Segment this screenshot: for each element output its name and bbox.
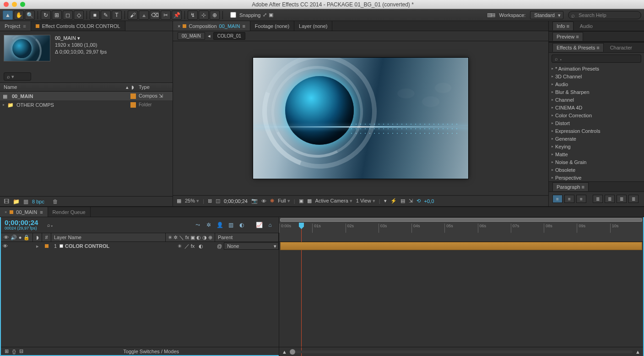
current-time[interactable]: 0;00;00;24: [224, 198, 248, 204]
project-item[interactable]: ▸ 📁 OTHER COMPS Folder: [0, 100, 173, 109]
effect-category[interactable]: Color Correction: [549, 111, 644, 119]
shape-tool-icon[interactable]: ◇: [74, 11, 84, 20]
comp-viewer[interactable]: [173, 41, 548, 195]
timeline-icon[interactable]: ▤: [400, 198, 405, 204]
expand-transfer-icon[interactable]: ⊞: [5, 348, 9, 354]
camera-dropdown[interactable]: Active Camera: [315, 198, 352, 204]
zoom-dropdown[interactable]: 25%: [185, 198, 199, 204]
align-center-icon[interactable]: ≡: [564, 195, 574, 203]
timeline-search-icon[interactable]: ⌕▾: [47, 222, 54, 228]
effects-presets-tab[interactable]: Effects & Presets ≡: [552, 43, 604, 52]
rectangle-tool-icon[interactable]: ■: [90, 11, 100, 20]
zoom-out-icon[interactable]: ▲: [282, 349, 287, 355]
panel-menu-icon[interactable]: ≡: [566, 23, 569, 29]
justify-all-icon[interactable]: ≣: [628, 195, 639, 203]
parent-col[interactable]: Parent: [215, 233, 279, 241]
panel-menu-icon[interactable]: ≡: [576, 34, 579, 39]
close-window-icon[interactable]: [4, 2, 9, 7]
timecode-display[interactable]: 0;00;00;24: [5, 219, 38, 226]
info-tab[interactable]: Info ≡: [552, 22, 574, 30]
effect-category[interactable]: Channel: [549, 96, 644, 104]
layer-switches[interactable]: ✳ ／ fx ◐: [178, 243, 204, 250]
puppet-tool-icon[interactable]: 📌: [172, 11, 182, 20]
new-comp-icon[interactable]: ▦: [23, 198, 28, 205]
comp-mini-flowchart-icon[interactable]: ⤳: [194, 221, 202, 229]
roto-brush-tool-icon[interactable]: ✂: [161, 11, 171, 20]
expand-in-out-icon[interactable]: {}: [12, 349, 16, 354]
interpret-footage-icon[interactable]: 🎞: [4, 198, 9, 205]
effect-category[interactable]: Keying: [549, 142, 644, 150]
col-name[interactable]: Name: [4, 84, 17, 90]
snapping-toggle[interactable]: Snapping ⤢ ▣: [228, 11, 273, 19]
eraser-tool-icon[interactable]: ⌫: [150, 11, 160, 20]
justify-right-icon[interactable]: ≣: [617, 195, 627, 203]
layer-name-col[interactable]: Layer Name: [51, 233, 166, 241]
paragraph-tab[interactable]: Paragraph ≡: [552, 182, 589, 191]
effect-category[interactable]: Obsolete: [549, 166, 644, 174]
effect-category[interactable]: Generate: [549, 135, 644, 142]
effect-category[interactable]: 3D Channel: [549, 72, 644, 80]
effect-category[interactable]: Matte: [549, 150, 644, 158]
search-help-input[interactable]: Search Help: [568, 11, 641, 19]
effect-category[interactable]: CINEMA 4D: [549, 104, 644, 111]
folder-twirl-icon[interactable]: ▸: [3, 103, 5, 107]
roi-icon[interactable]: ▣: [299, 198, 303, 204]
brush-tool-icon[interactable]: 🖌: [128, 11, 138, 20]
comp-name[interactable]: 00_MAIN ▾: [55, 35, 107, 42]
twirl-icon[interactable]: ▸: [36, 243, 39, 249]
mask-mode-icon[interactable]: ▥▤: [487, 12, 494, 18]
timeline-layer-row[interactable]: 👁 ▸ 1 COLOR CONTROL ✳ ／ fx ◐ @ None ▾: [1, 242, 279, 250]
label-col-icon[interactable]: ◗: [36, 235, 39, 241]
col-label-icon[interactable]: ◗: [131, 84, 139, 90]
align-left-icon[interactable]: ≡: [552, 195, 563, 203]
effect-category[interactable]: Blur & Sharpen: [549, 88, 644, 96]
clone-tool-icon[interactable]: ⟁: [139, 11, 149, 20]
effect-category[interactable]: Noise & Grain: [549, 158, 644, 166]
work-area-bar[interactable]: [280, 218, 642, 222]
reset-exposure-icon[interactable]: ⟲: [417, 198, 421, 204]
flowchart-icon[interactable]: ⇲: [409, 198, 413, 204]
panel-menu-icon[interactable]: ≡: [581, 184, 584, 190]
view-axis-tool-icon[interactable]: ⊕: [210, 11, 220, 20]
flowchart-icon[interactable]: ⇲: [159, 93, 163, 99]
channel-icon[interactable]: ❋: [270, 198, 274, 204]
frame-blend-icon[interactable]: ▥: [227, 221, 235, 229]
project-search-input[interactable]: ⌕ ▾: [4, 72, 31, 81]
snap-magnet-icon[interactable]: ⤢: [263, 12, 267, 18]
preview-tab[interactable]: Preview ≡: [552, 32, 583, 41]
timeline-comp-tab[interactable]: × 00_MAIN ≡: [0, 207, 48, 217]
draft-3d-icon[interactable]: ✲: [205, 221, 213, 229]
grid-icon[interactable]: ▦: [177, 198, 181, 204]
index-col[interactable]: #: [42, 233, 51, 241]
timeline-track-area[interactable]: 0:00s01s02s03s04s05s06s07s08s09s10s ▲ ▲: [279, 217, 644, 356]
trash-icon[interactable]: 🗑: [53, 198, 58, 205]
project-tab[interactable]: Project ≡: [0, 21, 31, 31]
parent-dropdown[interactable]: None ▾: [224, 242, 279, 250]
exposure-value[interactable]: +0,0: [424, 198, 434, 204]
views-dropdown[interactable]: 1 View: [356, 198, 375, 204]
motion-blur-icon[interactable]: ◐: [238, 221, 246, 229]
justify-left-icon[interactable]: ≣: [593, 195, 603, 203]
effect-category[interactable]: Audio: [549, 80, 644, 88]
align-right-icon[interactable]: ≡: [576, 195, 586, 203]
close-tab-icon[interactable]: ×: [178, 23, 180, 29]
pixel-aspect-icon[interactable]: ▾: [384, 198, 387, 204]
workspace-dropdown[interactable]: Standard: [530, 11, 563, 19]
layer-duration-bar[interactable]: [280, 242, 642, 250]
panel-menu-icon[interactable]: ≡: [596, 45, 599, 50]
layer-name[interactable]: COLOR CONTROL: [65, 243, 109, 249]
justify-center-icon[interactable]: ≣: [605, 195, 615, 203]
close-tab-icon[interactable]: ×: [5, 210, 7, 214]
video-col-icon[interactable]: 👁: [4, 235, 9, 240]
effect-controls-tab[interactable]: Effect Controls COLOR CONTROL: [31, 21, 125, 31]
breadcrumb-item[interactable]: 00_MAIN: [178, 32, 205, 40]
panel-menu-icon[interactable]: ≡: [23, 23, 26, 29]
render-queue-tab[interactable]: Render Queue: [48, 207, 91, 217]
snap-bounds-icon[interactable]: ▣: [269, 12, 273, 18]
breadcrumb-item[interactable]: COLOR_01: [213, 32, 245, 40]
new-folder-icon[interactable]: 📁: [13, 198, 20, 205]
layer-tab[interactable]: Layer (none): [294, 21, 332, 31]
panel-menu-icon[interactable]: ≡: [40, 209, 43, 215]
effect-category[interactable]: Expression Controls: [549, 127, 644, 135]
expand-render-icon[interactable]: ⊟: [19, 348, 23, 354]
